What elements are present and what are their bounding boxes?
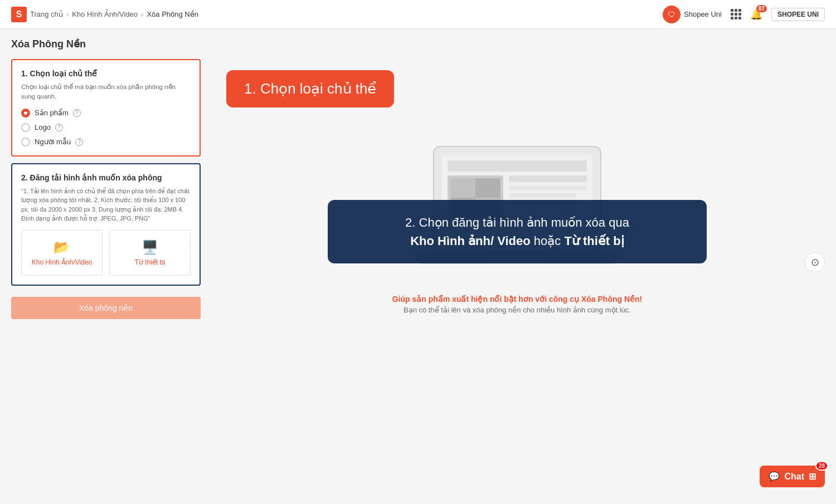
header-right: 🛡 Shopee Uni 🔔 87 SHOPEE UNI (663, 6, 825, 23)
radio-nguoi-mau-label: Người mẫu (35, 138, 71, 146)
radio-nguoi-mau-indicator (21, 138, 30, 146)
radio-san-pham[interactable]: Sản phẩm ? (21, 109, 191, 118)
uni-icon: 🛡 (663, 6, 681, 23)
notification-button[interactable]: 🔔 87 (750, 8, 762, 21)
apps-icon[interactable] (731, 9, 741, 19)
radio-logo-indicator (21, 123, 30, 132)
overlay-text-kho: Kho Hình ảnh/ Video (410, 234, 530, 248)
shopee-logo-icon: S (11, 7, 27, 22)
radio-logo[interactable]: Logo ? (21, 123, 191, 132)
overlay-text-hoac: hoặc (534, 234, 561, 248)
svg-rect-6 (509, 193, 576, 198)
section-1-title: 1. Chọn loại chủ thể (21, 69, 191, 78)
notif-badge: 87 (756, 5, 767, 12)
breadcrumb-home[interactable]: Trang chủ (30, 10, 63, 18)
radio-logo-label: Logo (35, 123, 51, 131)
radio-san-pham-indicator (21, 109, 30, 118)
device-icon: 🖥️ (142, 239, 158, 255)
shopee-uni[interactable]: 🛡 Shopee Uni (663, 6, 722, 23)
section-2-title: 2. Đăng tải hình ảnh muốn xóa phông (21, 173, 191, 182)
main-layout: 1. Chọn loại chủ thể Chọn loại chủ thể m… (11, 59, 825, 449)
submit-button[interactable]: Xóa phông nền (11, 297, 201, 319)
shopee-uni-label: Shopee Uni (684, 10, 722, 18)
san-pham-help-icon[interactable]: ? (73, 109, 81, 117)
settings-wheel-button[interactable]: ⊙ (805, 252, 825, 272)
overlay-text-device: Từ thiết bị (564, 234, 624, 248)
illustration-container: 2. Chọn đăng tải hình ảnh muốn xóa qua K… (210, 130, 825, 286)
page-container: Xóa Phông Nền 1. Chọn loại chủ thể Chọn … (0, 29, 836, 458)
svg-rect-4 (509, 175, 587, 182)
breadcrumb-kho[interactable]: Kho Hình Ảnh/Video (72, 10, 138, 18)
section-1-box: 1. Chọn loại chủ thể Chọn loại chủ thể m… (11, 59, 201, 156)
bottom-highlight: Giúp sản phẩm xuất hiện nổi bật hơn với … (392, 295, 643, 304)
svg-rect-2 (448, 160, 587, 172)
radio-nguoi-mau[interactable]: Người mẫu ? (21, 138, 191, 146)
user-button[interactable]: SHOPEE UNI (771, 8, 825, 21)
section-2-box: 2. Đăng tải hình ảnh muốn xóa phông "1. … (11, 163, 201, 286)
upload-note: "1. Tải lên hình ảnh có chủ thể đã chọn … (21, 187, 191, 223)
nguoi-mau-help-icon[interactable]: ? (75, 138, 83, 146)
right-panel: 1. Chọn loại chủ thể (210, 59, 825, 449)
kho-label: Kho Hình Ảnh/Video (32, 258, 93, 266)
radio-group: Sản phẩm ? Logo ? Người mẫu ? (21, 109, 191, 146)
upload-device-button[interactable]: 🖥️ Từ thiết bị (109, 230, 191, 276)
radio-san-pham-label: Sản phẩm (35, 109, 69, 117)
svg-rect-9 (450, 178, 475, 198)
page-title: Xóa Phông Nền (11, 38, 825, 50)
overlay-text-1: 2. Chọn đăng tải hình ảnh muốn xóa qua (405, 216, 629, 229)
header-left: S Trang chủ › Kho Hình Ảnh/Video › Xóa P… (11, 7, 198, 22)
upload-buttons: 📂 Kho Hình Ảnh/Video 🖥️ Từ thiết bị (21, 230, 191, 276)
bottom-text: Giúp sản phẩm xuất hiện nổi bật hơn với … (392, 295, 643, 314)
breadcrumb-sep-2: › (141, 10, 143, 18)
tooltip-1: 1. Chọn loại chủ thể (226, 70, 394, 107)
kho-icon: 📂 (54, 239, 70, 255)
section-1-desc: Chọn loại chủ thể mà bạn muốn xóa phần p… (21, 82, 191, 102)
device-label: Từ thiết bị (135, 258, 166, 266)
upload-kho-button[interactable]: 📂 Kho Hình Ảnh/Video (21, 230, 103, 276)
header: S Trang chủ › Kho Hình Ảnh/Video › Xóa P… (0, 0, 836, 29)
breadcrumb-current: Xóa Phông Nền (147, 10, 198, 18)
bottom-sub: Bạn có thể tải lên và xóa phông nền cho … (392, 306, 643, 314)
logo-help-icon[interactable]: ? (55, 124, 63, 131)
left-panel: 1. Chọn loại chủ thể Chọn loại chủ thể m… (11, 59, 201, 319)
dark-overlay: 2. Chọn đăng tải hình ảnh muốn xóa qua K… (328, 200, 707, 263)
breadcrumb-sep-1: › (66, 10, 69, 18)
svg-rect-5 (509, 185, 587, 190)
